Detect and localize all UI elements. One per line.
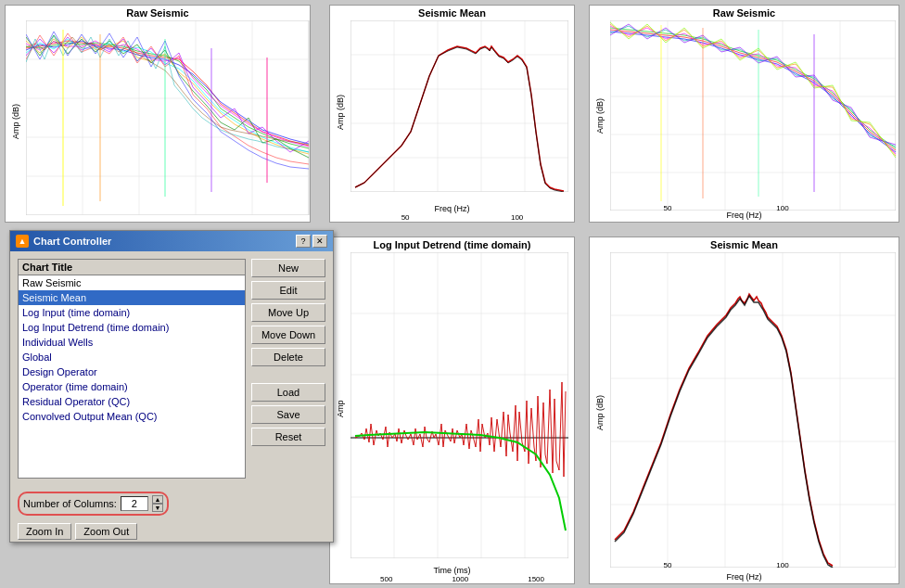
chart-top-left: Raw Seismic Amp (dB) 100 [5,5,311,223]
list-header: Chart Title [18,259,246,275]
list-item-design-operator[interactable]: Design Operator [19,364,245,379]
chart-top-center: Seismic Mean Amp (dB) [329,5,575,223]
zoom-row: Zoom In Zoom Out [10,521,333,542]
chart-list[interactable]: Raw Seismic Seismic Mean Log Input (time… [18,275,246,479]
dialog-controls: ? ✕ [296,235,327,248]
chart-controller-dialog: ▲ Chart Controller ? ✕ Chart Title Raw S… [9,230,334,543]
list-item-global[interactable]: Global [19,350,245,364]
buttons-panel: New Edit Move Up Move Down Delete Load S… [251,259,325,479]
list-item-residual-operator[interactable]: Residual Operator (QC) [19,394,245,409]
list-item-seismic-mean[interactable]: Seismic Mean [19,290,245,305]
dialog-title: Chart Controller [33,236,111,247]
move-down-button[interactable]: Move Down [251,326,325,344]
chart-top-left-title: Raw Seismic [6,6,310,20]
chart-bottom-right-svg: 100 90 80 70 60 50 100 [610,252,896,568]
list-item-log-input[interactable]: Log Input (time domain) [19,305,245,320]
x-axis-label-bottom-right: Freq (Hz) [590,572,899,583]
svg-rect-27 [610,20,896,211]
dialog-content: Chart Title Raw Seismic Seismic Mean Log… [10,251,333,486]
reset-button[interactable]: Reset [251,428,325,446]
chart-bottom-center: Log Input Detrend (time domain) Amp [329,236,575,584]
y-axis-label-top-left: Amp (dB) [6,20,26,222]
svg-text:100: 100 [776,561,789,568]
svg-text:100: 100 [776,204,789,211]
spin-down-button[interactable]: ▼ [152,504,163,512]
svg-text:50: 50 [664,204,672,211]
chart-top-center-svg: 80 60 [351,20,568,192]
num-columns-input[interactable] [121,496,148,511]
edit-button[interactable]: Edit [251,281,325,300]
chart-bottom-center-title: Log Input Detrend (time domain) [330,237,574,252]
chart-top-right-title: Raw Seismic [590,6,899,20]
dialog-body: Chart Title Raw Seismic Seismic Mean Log… [18,259,325,479]
chart-top-left-svg: 100 50 [26,20,310,215]
num-columns-wrap: Number of Columns: ▲ ▼ [18,492,169,516]
delete-button[interactable]: Delete [251,348,325,366]
x-axis-ticks-bottom-center: 50010001500 [330,575,574,583]
y-axis-label-bottom-right: Amp (dB) [590,252,610,572]
num-columns-label: Number of Columns: [23,498,117,509]
list-item-convolved-output[interactable]: Convolved Output Mean (QC) [19,409,245,424]
list-item-individual-wells[interactable]: Individual Wells [19,335,245,350]
list-panel: Chart Title Raw Seismic Seismic Mean Log… [18,259,246,479]
spin-buttons: ▲ ▼ [152,495,163,512]
list-item-operator-time[interactable]: Operator (time domain) [19,379,245,394]
chart-bottom-center-svg: 000 0 [351,252,568,558]
chart-top-center-title: Seismic Mean [330,6,574,20]
y-axis-label-top-right: Amp (dB) [590,20,610,211]
dialog-footer: Number of Columns: ▲ ▼ [10,486,333,521]
chart-bottom-right: Seismic Mean Amp (dB) 100 90 [589,236,899,584]
y-axis-label-top-center: Amp (dB) [330,20,351,204]
x-axis-label-top-right: Freq (Hz) [590,211,899,222]
chart-top-right: Raw Seismic Amp (dB) 100 80 40 [589,5,899,223]
dialog-close-button[interactable]: ✕ [312,235,327,248]
spin-up-button[interactable]: ▲ [152,495,163,504]
dialog-titlebar: ▲ Chart Controller ? ✕ [10,231,333,251]
btn-spacer [251,370,325,379]
svg-text:50: 50 [664,561,672,568]
svg-rect-46 [351,252,568,558]
dialog-help-button[interactable]: ? [296,235,311,248]
dialog-icon: ▲ [16,235,29,248]
chart-top-right-svg: 100 80 40 20 [610,20,896,211]
save-button[interactable]: Save [251,405,325,424]
load-button[interactable]: Load [251,383,325,402]
x-axis-ticks-top-center: 50100 [330,213,574,222]
new-button[interactable]: New [251,259,325,277]
zoom-in-button[interactable]: Zoom In [18,523,71,540]
list-item-log-input-detrend[interactable]: Log Input Detrend (time domain) [19,320,245,335]
list-item-raw-seismic[interactable]: Raw Seismic [19,275,245,290]
zoom-out-button[interactable]: Zoom Out [75,523,137,540]
chart-bottom-right-title: Seismic Mean [590,237,899,252]
move-up-button[interactable]: Move Up [251,303,325,322]
